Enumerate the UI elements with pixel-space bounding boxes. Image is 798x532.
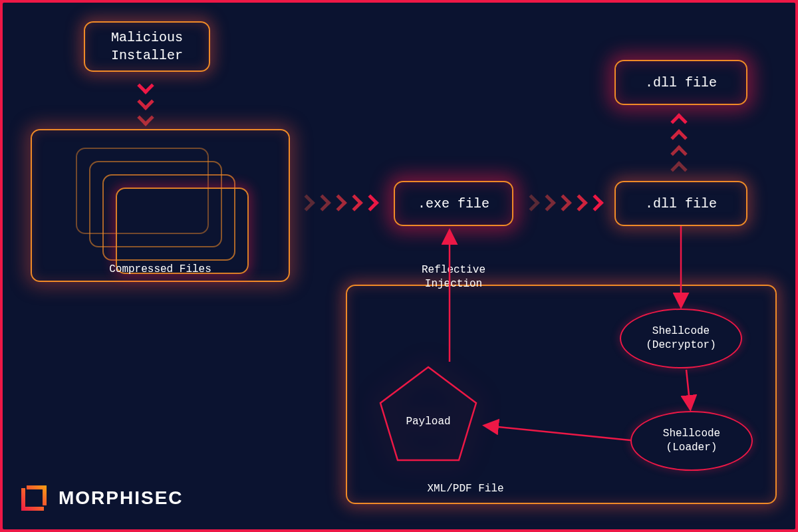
diagram-canvas: Malicious Installer Compressed Files .ex… <box>3 3 795 529</box>
node-label: .dll file <box>645 195 717 213</box>
brand-name: MORPHISEC <box>59 487 184 509</box>
node-label: Payload <box>375 416 481 428</box>
arrow-dll-up <box>673 114 685 176</box>
node-malicious-installer: Malicious Installer <box>84 21 210 72</box>
xml-pdf-caption: XML/PDF File <box>346 483 585 495</box>
node-shellcode-decryptor: Shellcode (Decryptor) <box>620 309 742 368</box>
node-label: .exe file <box>418 195 489 213</box>
arrow-exe-to-dll <box>525 197 602 209</box>
arrow-installer-to-compressed <box>140 80 152 125</box>
node-label: Shellcode (Decryptor) <box>646 325 716 352</box>
node-label: Shellcode (Loader) <box>663 427 720 455</box>
brand-mark-icon <box>17 481 51 515</box>
reflective-injection-label: Reflective Injection <box>394 263 513 291</box>
node-label: .dll file <box>645 74 717 92</box>
compressed-layer <box>116 188 249 274</box>
node-dll-file-top: .dll file <box>614 60 747 105</box>
node-exe-file: .exe file <box>394 181 513 226</box>
node-label: Malicious Installer <box>111 29 183 65</box>
brand-logo: MORPHISEC <box>17 481 184 515</box>
compressed-files-caption: Compressed Files <box>31 263 290 275</box>
node-dll-file-mid: .dll file <box>614 181 747 226</box>
node-shellcode-loader: Shellcode (Loader) <box>630 411 753 471</box>
node-payload: Payload <box>375 362 481 465</box>
arrow-compressed-to-exe <box>301 197 378 209</box>
svg-marker-0 <box>380 367 476 460</box>
